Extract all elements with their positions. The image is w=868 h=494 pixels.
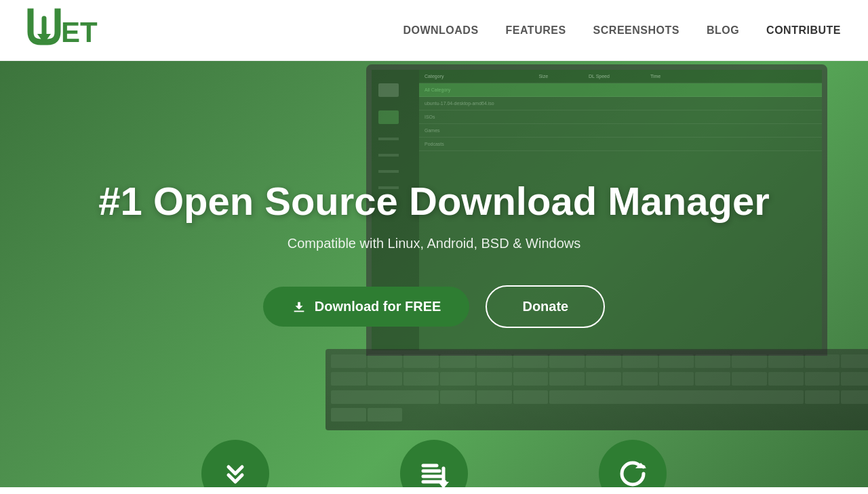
logo[interactable]: ET xyxy=(27,8,115,52)
hero-section: CategorySizeDL SpeedTime All Category ub… xyxy=(0,61,868,487)
chevron-double-down-icon xyxy=(219,457,252,487)
nav-contribute[interactable]: CONTRIBUTE xyxy=(766,24,841,37)
svg-marker-8 xyxy=(438,482,449,487)
donate-button[interactable]: Donate xyxy=(486,285,605,328)
nav-blog[interactable]: BLOG xyxy=(707,24,739,37)
sort-download-button[interactable] xyxy=(400,440,468,487)
svg-text:ET: ET xyxy=(61,16,98,48)
hero-title: #1 Open Source Download Manager xyxy=(98,180,769,223)
refresh-icon xyxy=(616,457,649,487)
download-icon xyxy=(292,300,307,314)
refresh-button[interactable] xyxy=(599,440,667,487)
main-nav: DOWNLOADS FEATURES SCREENSHOTS BLOG CONT… xyxy=(403,24,841,37)
nav-features[interactable]: FEATURES xyxy=(506,24,566,37)
scroll-down-button[interactable] xyxy=(201,440,269,487)
hero-buttons: Download for FREE Donate xyxy=(98,285,769,328)
nav-downloads[interactable]: DOWNLOADS xyxy=(403,24,478,37)
sort-download-icon xyxy=(418,457,450,487)
nav-screenshots[interactable]: SCREENSHOTS xyxy=(593,24,679,37)
hero-subtitle: Compatible with Linux, Android, BSD & Wi… xyxy=(98,236,769,251)
hero-content: #1 Open Source Download Manager Compatib… xyxy=(98,180,769,329)
download-button[interactable]: Download for FREE xyxy=(263,287,470,327)
bottom-icons xyxy=(0,440,868,487)
logo-svg: ET xyxy=(27,8,115,52)
site-header: ET DOWNLOADS FEATURES SCREENSHOTS BLOG C… xyxy=(0,0,868,61)
